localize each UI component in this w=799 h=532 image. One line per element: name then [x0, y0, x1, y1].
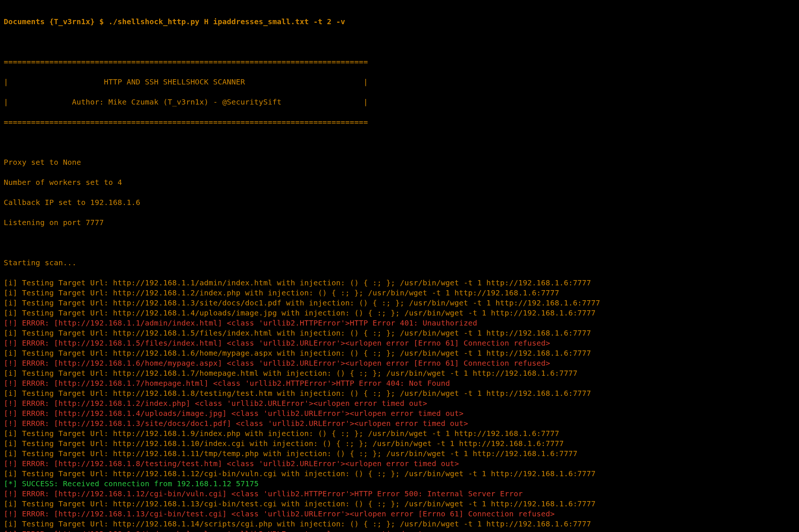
scan-info-line: [i] Testing Target Url: http://192.168.1…: [4, 429, 795, 439]
terminal-output: Documents {T_v3rn1x} $ ./shellshock_http…: [0, 0, 799, 532]
blank-line: [4, 37, 795, 47]
scan-error-line: [!] ERROR: [http://192.168.1.7/homepage.…: [4, 378, 795, 388]
scan-error-line: [!] ERROR: [http://192.168.1.5/files/ind…: [4, 338, 795, 348]
scan-error-line: [!] ERROR: [http://192.168.1.3/site/docs…: [4, 419, 795, 429]
scan-info-line: [i] Testing Target Url: http://192.168.1…: [4, 278, 795, 288]
setup-line: Number of workers set to 4: [4, 177, 795, 188]
scan-error-line: [!] ERROR: [http://192.168.1.4/uploads/i…: [4, 408, 795, 419]
scan-info-line: [i] Testing Target Url: http://192.168.1…: [4, 449, 795, 459]
setup-line: Callback IP set to 192.168.1.6: [4, 198, 795, 208]
scan-error-line: [!] ERROR: [http://192.168.1.12/cgi-bin/…: [4, 489, 795, 499]
scan-info-line: [i] Testing Target Url: http://192.168.1…: [4, 519, 795, 529]
scan-info-line: [i] Testing Target Url: http://192.168.1…: [4, 348, 795, 358]
scan-error-line: [!] ERROR: [http://192.168.1.2/index.php…: [4, 398, 795, 408]
blank-line: [4, 238, 795, 248]
banner-rule-top: ========================================…: [4, 57, 795, 67]
setup-line: Proxy set to None: [4, 157, 795, 167]
scan-info-line: [i] Testing Target Url: http://192.168.1…: [4, 298, 795, 308]
scan-error-line: [!] ERROR: [http://192.168.1.9/index.php…: [4, 529, 795, 532]
scan-info-line: [i] Testing Target Url: http://192.168.1…: [4, 388, 795, 398]
scan-lines: [i] Testing Target Url: http://192.168.1…: [4, 278, 795, 532]
banner-rule-bottom: ========================================…: [4, 117, 795, 127]
scan-info-line: [i] Testing Target Url: http://192.168.1…: [4, 499, 795, 509]
scan-info-line: [i] Testing Target Url: http://192.168.1…: [4, 328, 795, 338]
prompt-line: Documents {T_v3rn1x} $ ./shellshock_http…: [4, 17, 795, 27]
start-msg: Starting scan...: [4, 258, 795, 268]
scan-info-line: [i] Testing Target Url: http://192.168.1…: [4, 439, 795, 449]
scan-info-line: [i] Testing Target Url: http://192.168.1…: [4, 288, 795, 298]
scan-success-line: [*] SUCCESS: Received connection from 19…: [4, 479, 795, 489]
scan-error-line: [!] ERROR: [http://192.168.1.13/cgi-bin/…: [4, 509, 795, 519]
banner-title: | HTTP AND SSH SHELLSHOCK SCANNER |: [4, 77, 795, 87]
setup-line: Listening on port 7777: [4, 218, 795, 228]
scan-error-line: [!] ERROR: [http://192.168.1.1/admin/ind…: [4, 318, 795, 328]
scan-error-line: [!] ERROR: [http://192.168.1.6/home/mypa…: [4, 358, 795, 368]
blank-line: [4, 137, 795, 147]
scan-info-line: [i] Testing Target Url: http://192.168.1…: [4, 308, 795, 318]
scan-error-line: [!] ERROR: [http://192.168.1.8/testing/t…: [4, 459, 795, 469]
scan-info-line: [i] Testing Target Url: http://192.168.1…: [4, 469, 795, 479]
banner-author: | Author: Mike Czumak (T_v3rn1x) - @Secu…: [4, 97, 795, 107]
scan-info-line: [i] Testing Target Url: http://192.168.1…: [4, 368, 795, 378]
